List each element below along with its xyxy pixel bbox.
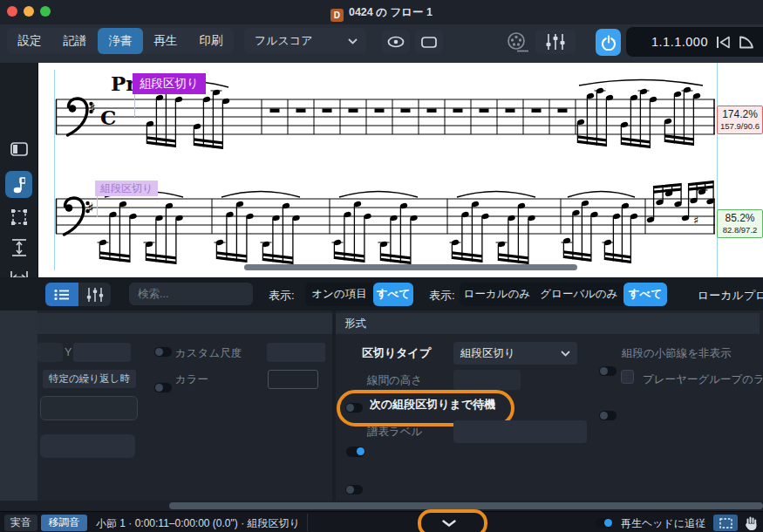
break-type-label: 区切りタイプ — [362, 345, 431, 361]
view-filter-label-2: 表示: — [429, 288, 455, 304]
show-local-global-all-button[interactable]: すべて — [623, 283, 667, 306]
titlebar: D0424 の フロー 1 — [0, 0, 763, 25]
color-toggle[interactable] — [154, 383, 172, 392]
chevron-down-icon — [348, 38, 358, 44]
follow-playhead-label: 再生ヘッドに追従 — [621, 516, 705, 531]
staff-labels-toggle[interactable] — [345, 485, 363, 494]
tab-engrave[interactable]: 浄書 — [98, 28, 143, 54]
signpost-stem-2 — [97, 196, 98, 217]
vertical-spacing-tool[interactable] — [5, 234, 32, 261]
rewind-to-start-icon[interactable] — [716, 36, 731, 49]
tab-print[interactable]: 印刷 — [188, 28, 234, 54]
video-button[interactable] — [506, 31, 530, 58]
mixer-sliders-icon — [545, 33, 566, 51]
view-options-button[interactable] — [382, 30, 410, 54]
panel-left-strip — [0, 310, 37, 511]
marquee-icon — [719, 518, 732, 529]
selection-info: 小節 1 · 0:00:11–0:00:00 (0.0") · 組段区切り — [96, 516, 300, 531]
wait-for-next-break-toggle[interactable] — [346, 447, 365, 457]
fullness-indicator-ok: 85.2% 82.8/97.2 — [717, 209, 763, 238]
mode-tabs: 設定 記譜 浄書 再生 印刷 — [7, 28, 234, 54]
break-type-dropdown[interactable]: 組段区切り — [453, 342, 577, 365]
activate-project-button[interactable] — [596, 29, 621, 56]
custom-scale-toggle[interactable] — [154, 347, 172, 357]
player-group-toggle[interactable] — [599, 411, 617, 420]
local-properties-label: ローカルプロ — [698, 288, 763, 304]
fullness-indicator-over: 174.2% 157.9/90.6 — [717, 106, 763, 134]
left-group-field-3[interactable] — [40, 396, 138, 420]
player-group-label: プレーヤーグループのラベ — [643, 372, 763, 387]
playhead-position: 1.1.1.000 — [651, 35, 708, 49]
space-size-field[interactable] — [453, 370, 521, 390]
concert-pitch-button[interactable]: 実音 — [4, 515, 37, 531]
follow-playhead-toggle[interactable] — [596, 518, 613, 528]
layout-selector[interactable]: フルスコア — [244, 28, 366, 54]
music-note-icon — [13, 176, 25, 194]
show-all-properties-button[interactable]: すべて — [373, 283, 413, 306]
frames-tool[interactable] — [5, 203, 32, 230]
custom-scale-field[interactable] — [267, 343, 325, 362]
tab-setup[interactable]: 設定 — [7, 28, 52, 54]
frame-select-icon — [10, 208, 28, 226]
marquee-select-tool-button[interactable] — [713, 515, 738, 531]
system-break-signpost-selected[interactable]: 組段区切り — [133, 73, 206, 94]
hide-barlines-toggle[interactable] — [599, 366, 617, 376]
properties-list-view-button[interactable] — [45, 283, 78, 306]
vertical-spacing-icon — [11, 238, 27, 257]
left-group-field-4[interactable] — [40, 434, 135, 458]
y-axis-label: Y — [65, 346, 72, 358]
staff-labels-field[interactable] — [453, 420, 587, 443]
hand-grab-tool-button[interactable] — [741, 514, 761, 532]
window-title: D0424 の フロー 1 — [0, 5, 763, 22]
list-icon — [54, 289, 70, 301]
window-layout-button[interactable] — [415, 30, 443, 54]
properties-panel: 形式 Y カスタム尺度 特定の繰り返し時 カラー 区切りタイプ 組段区切り 組段… — [0, 310, 763, 511]
space-size-label: 線間の高さ — [367, 373, 422, 388]
view-filter-label-1: 表示: — [269, 288, 295, 304]
hand-icon — [744, 515, 759, 531]
svg-text:♯: ♯ — [87, 200, 94, 216]
tab-write[interactable]: 記譜 — [52, 28, 98, 54]
color-swatch-field[interactable] — [268, 370, 318, 389]
graphic-editing-tool[interactable] — [5, 171, 32, 198]
transposed-pitch-button[interactable]: 移調音 — [41, 515, 87, 531]
panel-icon — [10, 142, 28, 156]
eye-icon — [387, 36, 405, 48]
show-local-only-button[interactable]: ローカルのみ — [460, 283, 535, 306]
player-group-checkbox[interactable] — [621, 370, 634, 384]
panel-divider — [332, 310, 336, 502]
engrave-tool-sidebar — [0, 63, 38, 277]
status-bar: 実音 移調音 小節 1 · 0:00:11–0:00:00 (0.0") · 組… — [0, 511, 763, 532]
chevron-down-icon — [561, 351, 570, 357]
panel-toggle-button[interactable] — [5, 135, 32, 162]
mixer-button[interactable] — [535, 30, 576, 54]
staff-labels-label: 譜表ラベル — [367, 425, 422, 440]
format-group-title: 形式 — [344, 317, 366, 330]
power-icon — [601, 35, 617, 51]
system-break-signpost[interactable]: 組段区切り — [95, 181, 158, 196]
hide-barlines-label: 組段の小節線を非表示 — [622, 346, 732, 361]
show-set-properties-button[interactable]: オンの項目 — [305, 283, 373, 306]
dorico-window: D0424 の フロー 1 設定 記譜 浄書 再生 印刷 フルスコア — [0, 0, 763, 532]
tab-play[interactable]: 再生 — [143, 28, 188, 54]
panel-scrollbar-thumb[interactable] — [169, 502, 763, 509]
main-toolbar: 設定 記譜 浄書 再生 印刷 フルスコア — [0, 24, 763, 64]
x-value-field[interactable] — [37, 343, 63, 362]
y-value-field[interactable] — [73, 343, 131, 362]
right-margin-guide — [717, 63, 718, 277]
properties-filter-bar: 表示: オンの項目 すべて 表示: ローカルのみ グローバルのみ すべて ローカ… — [0, 277, 763, 311]
specific-repeat-button[interactable]: 特定の繰り返し時 — [43, 370, 136, 388]
custom-scale-label: カスタム尺度 — [175, 346, 242, 361]
left-group-header — [37, 313, 332, 334]
show-global-only-button[interactable]: グローバルのみ — [535, 283, 623, 306]
left-margin-guide — [54, 70, 55, 270]
score-horizontal-scrollbar[interactable] — [244, 264, 577, 270]
color-label: カラー — [175, 372, 208, 387]
signpost-stem-1 — [134, 94, 135, 117]
properties-panel-view-button[interactable] — [78, 283, 111, 306]
mixer-sliders-icon — [85, 287, 105, 303]
search-input[interactable] — [129, 283, 253, 305]
music-notation: ♯C♯♯ — [37, 63, 763, 277]
film-reel-icon — [506, 31, 530, 54]
mini-transport[interactable]: 1.1.1.000 — [626, 27, 763, 57]
